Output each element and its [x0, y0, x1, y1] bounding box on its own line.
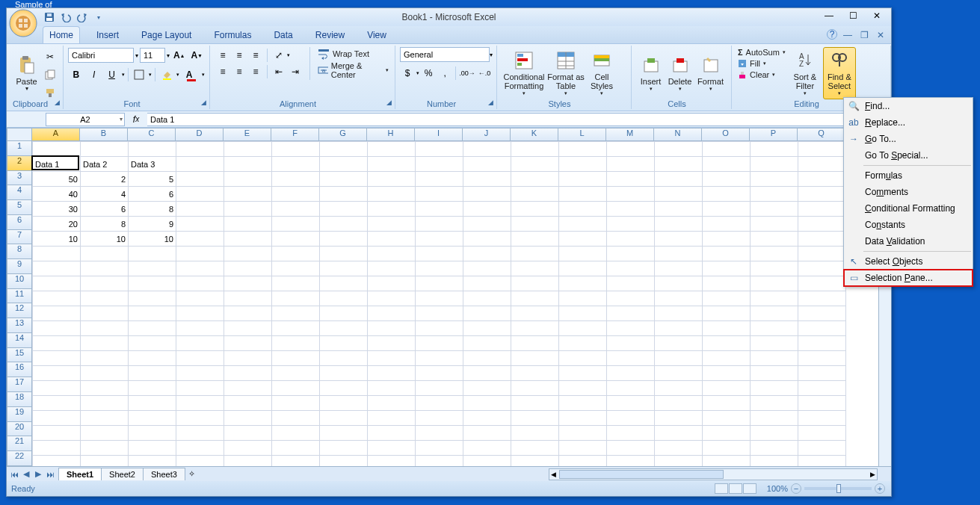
- cell[interactable]: [511, 321, 559, 336]
- cell[interactable]: [751, 366, 798, 381]
- row-header[interactable]: 21: [7, 436, 32, 451]
- cell[interactable]: [463, 172, 511, 187]
- column-header[interactable]: C: [128, 128, 176, 141]
- cell[interactable]: [798, 142, 846, 157]
- cell[interactable]: [416, 351, 463, 366]
- cell[interactable]: [559, 336, 607, 351]
- cell[interactable]: [655, 261, 703, 276]
- cell[interactable]: [511, 142, 559, 157]
- cell[interactable]: [463, 261, 511, 276]
- conditional-formatting-button[interactable]: Conditional Formatting▾: [502, 47, 546, 99]
- column-header[interactable]: P: [750, 128, 798, 141]
- close-button[interactable]: ✕: [866, 8, 888, 23]
- cell[interactable]: [798, 456, 846, 467]
- cell[interactable]: [511, 232, 559, 247]
- mdi-restore-icon[interactable]: ❐: [858, 29, 870, 41]
- cell[interactable]: [703, 142, 751, 157]
- shrink-font-icon[interactable]: A▼: [190, 48, 205, 63]
- cell[interactable]: [559, 187, 607, 202]
- fill-color-icon[interactable]: [159, 67, 174, 82]
- copy-icon[interactable]: [43, 67, 58, 82]
- column-header[interactable]: K: [511, 128, 558, 141]
- menu-item[interactable]: ▭Selection Pane...: [844, 270, 973, 286]
- cell[interactable]: 5: [129, 172, 176, 187]
- cell[interactable]: [655, 411, 703, 426]
- column-header[interactable]: B: [80, 128, 128, 141]
- cell[interactable]: [224, 247, 272, 261]
- menu-item[interactable]: Constants: [844, 217, 973, 233]
- cut-icon[interactable]: ✂: [43, 49, 58, 64]
- cell[interactable]: [463, 351, 511, 366]
- cell[interactable]: [463, 396, 511, 411]
- cell[interactable]: [33, 456, 81, 467]
- cell[interactable]: [511, 247, 559, 261]
- sort-filter-button[interactable]: AZSort & Filter▾: [790, 47, 820, 99]
- cell[interactable]: [224, 396, 272, 411]
- cell[interactable]: [368, 247, 416, 261]
- cell[interactable]: [559, 142, 607, 157]
- cell[interactable]: 9: [129, 217, 176, 232]
- cell[interactable]: [463, 202, 511, 217]
- cell[interactable]: [416, 291, 463, 306]
- row-header[interactable]: 14: [7, 333, 32, 348]
- cell[interactable]: 20: [33, 217, 81, 232]
- percent-icon[interactable]: %: [422, 66, 435, 81]
- cell[interactable]: [463, 276, 511, 291]
- cell[interactable]: [463, 142, 511, 157]
- save-icon[interactable]: [43, 10, 56, 24]
- cell[interactable]: [224, 456, 272, 467]
- cell[interactable]: [607, 202, 655, 217]
- cell[interactable]: [129, 426, 176, 441]
- cell[interactable]: [416, 142, 463, 157]
- row-header[interactable]: 17: [7, 377, 32, 392]
- cell[interactable]: [607, 306, 655, 321]
- cell[interactable]: [511, 217, 559, 232]
- cell[interactable]: [176, 441, 224, 456]
- cell[interactable]: [511, 276, 559, 291]
- cell[interactable]: [607, 426, 655, 441]
- cell[interactable]: [559, 396, 607, 411]
- cell[interactable]: [798, 276, 846, 291]
- minimize-button[interactable]: —: [818, 8, 840, 23]
- cell[interactable]: [463, 381, 511, 396]
- cell[interactable]: [368, 381, 416, 396]
- cell[interactable]: [129, 336, 176, 351]
- cell[interactable]: [511, 306, 559, 321]
- cell[interactable]: 40: [33, 187, 81, 202]
- cell[interactable]: [416, 336, 463, 351]
- format-as-table-button[interactable]: Format as Table▾: [546, 47, 585, 99]
- cell[interactable]: [272, 142, 320, 157]
- cell[interactable]: [224, 411, 272, 426]
- cell[interactable]: [33, 276, 81, 291]
- cell[interactable]: [751, 217, 798, 232]
- cell[interactable]: [655, 202, 703, 217]
- cell[interactable]: [798, 217, 846, 232]
- cell[interactable]: [129, 306, 176, 321]
- cell[interactable]: [607, 187, 655, 202]
- cell[interactable]: [511, 202, 559, 217]
- cell[interactable]: [81, 351, 129, 366]
- cell[interactable]: [224, 232, 272, 247]
- cell[interactable]: [751, 157, 798, 172]
- cell[interactable]: [751, 336, 798, 351]
- cell[interactable]: [463, 157, 511, 172]
- cell[interactable]: [655, 187, 703, 202]
- cell[interactable]: [368, 172, 416, 187]
- zoom-level[interactable]: 100%: [767, 484, 788, 493]
- cell[interactable]: [81, 456, 129, 467]
- font-size-select[interactable]: [140, 48, 165, 63]
- undo-icon[interactable]: [59, 10, 73, 24]
- cell[interactable]: [703, 247, 751, 261]
- cell[interactable]: [655, 456, 703, 467]
- cell[interactable]: [607, 247, 655, 261]
- tab-page-layout[interactable]: Page Layout: [135, 27, 197, 43]
- cell[interactable]: [81, 247, 129, 261]
- cell[interactable]: [703, 276, 751, 291]
- cell[interactable]: [607, 142, 655, 157]
- cell[interactable]: [751, 411, 798, 426]
- cell[interactable]: [655, 291, 703, 306]
- cell[interactable]: [224, 172, 272, 187]
- cell[interactable]: [607, 232, 655, 247]
- cell[interactable]: 2: [81, 172, 129, 187]
- cell[interactable]: [607, 291, 655, 306]
